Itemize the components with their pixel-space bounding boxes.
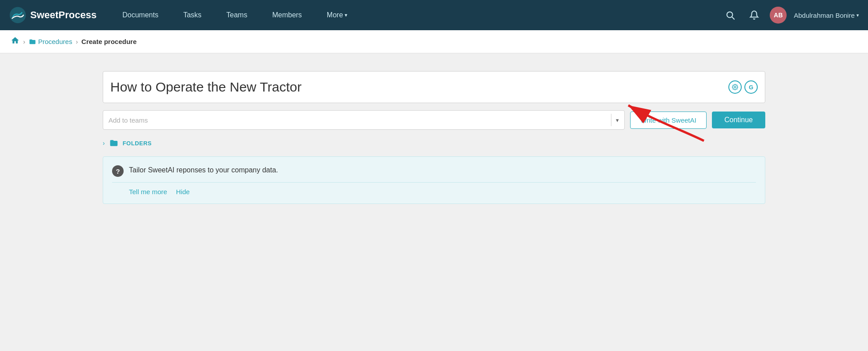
- search-button[interactable]: [722, 8, 739, 22]
- folders-chevron-icon: ›: [103, 140, 105, 147]
- brand-name: SweetProcess: [30, 9, 96, 21]
- user-name-display[interactable]: Abdulrahman Bonire: [794, 12, 859, 19]
- settings-icon-button[interactable]: [728, 80, 742, 94]
- teams-row: Add to teams ▾ Write with SweetAI Contin…: [103, 110, 765, 130]
- nav-right-section: AB Abdulrahman Bonire: [722, 7, 859, 24]
- breadcrumb: › Procedures › Create procedure: [0, 30, 868, 53]
- info-box: ? Tailor SweetAI reponses to your compan…: [103, 156, 765, 204]
- home-icon: [11, 36, 20, 45]
- write-with-sweetai-button[interactable]: Write with SweetAI: [630, 112, 707, 129]
- nav-documents[interactable]: Documents: [110, 0, 171, 30]
- procedures-folder-icon: [29, 38, 36, 45]
- info-box-header: ? Tailor SweetAI reponses to your compan…: [112, 165, 756, 177]
- continue-button[interactable]: Continue: [712, 112, 765, 128]
- grammarly-icon: G: [749, 84, 753, 91]
- main-content: G Add to teams ▾ Write with SweetAI Cont…: [89, 53, 779, 222]
- navbar: SweetProcess Documents Tasks Teams Membe…: [0, 0, 868, 30]
- nav-tasks[interactable]: Tasks: [171, 0, 214, 30]
- info-box-divider: [112, 182, 756, 183]
- svg-line-2: [732, 17, 734, 19]
- tell-me-more-link[interactable]: Tell me more: [129, 188, 167, 195]
- title-icon-group: G: [728, 80, 758, 94]
- teams-placeholder: Add to teams: [108, 116, 607, 124]
- nav-members[interactable]: Members: [260, 0, 314, 30]
- breadcrumb-home-icon[interactable]: [11, 36, 20, 47]
- user-avatar[interactable]: AB: [770, 7, 787, 24]
- grammarly-icon-button[interactable]: G: [744, 80, 758, 94]
- nav-links: Documents Tasks Teams Members More: [110, 0, 722, 30]
- brand-logo-link[interactable]: SweetProcess: [9, 6, 96, 24]
- nav-more[interactable]: More: [314, 0, 360, 30]
- folders-row[interactable]: › FOLDERS: [103, 139, 765, 148]
- select-divider: [611, 114, 611, 126]
- settings-icon: [732, 84, 738, 90]
- breadcrumb-sep-1: ›: [23, 38, 25, 45]
- procedure-title-input[interactable]: [110, 80, 728, 95]
- search-icon: [725, 10, 735, 20]
- notifications-button[interactable]: [746, 8, 763, 22]
- info-box-links: Tell me more Hide: [112, 188, 756, 195]
- folders-label: FOLDERS: [123, 140, 152, 147]
- folder-icon: [109, 139, 118, 148]
- breadcrumb-sep-2: ›: [76, 38, 78, 45]
- breadcrumb-procedures-link[interactable]: Procedures: [29, 38, 72, 45]
- hide-link[interactable]: Hide: [176, 188, 190, 195]
- teams-select[interactable]: Add to teams ▾: [103, 110, 625, 130]
- bell-icon: [749, 10, 759, 20]
- nav-teams[interactable]: Teams: [214, 0, 260, 30]
- chevron-down-icon: ▾: [616, 117, 619, 124]
- question-icon: ?: [112, 165, 124, 177]
- info-box-text: Tailor SweetAI reponses to your company …: [129, 165, 278, 176]
- breadcrumb-current-page: Create procedure: [81, 38, 137, 45]
- title-input-wrapper: G: [103, 71, 765, 103]
- sweetprocess-logo-icon: [9, 6, 27, 24]
- svg-point-3: [734, 86, 736, 88]
